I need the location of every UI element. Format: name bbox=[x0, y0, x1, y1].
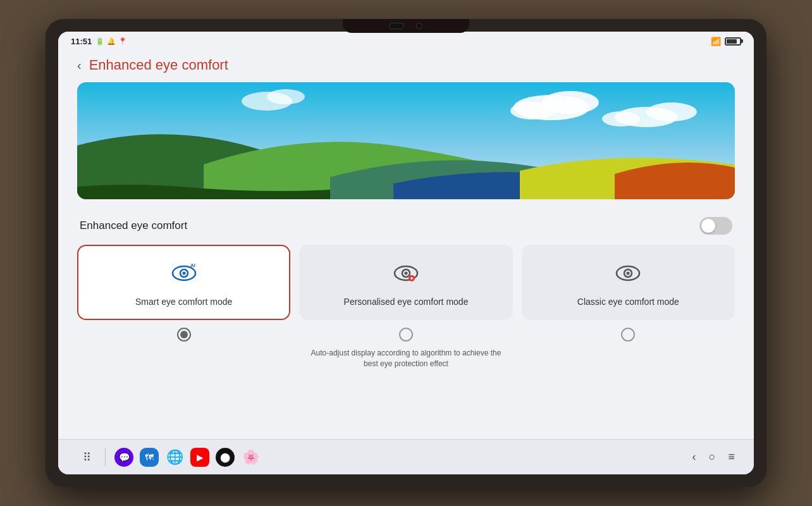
wifi-icon: 📶 bbox=[711, 37, 721, 46]
main-content: ‹ Enhanced eye comfort bbox=[58, 51, 754, 439]
back-nav-icon[interactable]: ‹ bbox=[692, 450, 696, 464]
chat-app-icon[interactable]: 💬 bbox=[114, 448, 133, 467]
alarm-icon: 🔔 bbox=[107, 37, 116, 46]
status-right: 📶 bbox=[711, 37, 741, 46]
radio-row bbox=[77, 328, 735, 342]
mode-cards: AI Smart eye comfort mode bbox=[77, 245, 735, 320]
personalised-radio-cell bbox=[299, 328, 512, 342]
tiktok-app-icon[interactable]: ⬤ bbox=[216, 448, 235, 467]
svg-point-21 bbox=[627, 272, 630, 275]
personalised-mode-card[interactable]: Personalised eye comfort mode bbox=[299, 245, 512, 320]
app-icons: ⠿ 💬 🗺 🌐 ▶ ⬤ 🌸 bbox=[77, 448, 260, 467]
smart-mode-label: Smart eye comfort mode bbox=[135, 296, 232, 307]
classic-eye-icon bbox=[615, 261, 641, 290]
svg-point-11 bbox=[182, 272, 185, 275]
chrome-app-icon[interactable]: 🌐 bbox=[165, 448, 184, 467]
location-icon: 📍 bbox=[118, 37, 127, 46]
classic-mode-label: Classic eye comfort mode bbox=[577, 296, 679, 307]
status-left: 11:51 🔋 🔔 📍 bbox=[71, 37, 127, 46]
battery-fill bbox=[727, 39, 737, 44]
classic-radio-btn[interactable] bbox=[621, 328, 635, 342]
youtube-app-icon[interactable]: ▶ bbox=[190, 448, 209, 467]
svg-point-8 bbox=[267, 89, 305, 104]
personalised-eye-icon bbox=[393, 261, 419, 290]
personalised-mode-label: Personalised eye comfort mode bbox=[344, 296, 469, 307]
svg-point-15 bbox=[404, 272, 407, 275]
enhanced-comfort-toggle[interactable] bbox=[699, 217, 732, 235]
svg-point-6 bbox=[602, 111, 640, 126]
nav-left: ⠿ 💬 🗺 🌐 ▶ ⬤ 🌸 bbox=[77, 448, 260, 467]
page-header: ‹ Enhanced eye comfort bbox=[77, 51, 735, 82]
time-display: 11:51 bbox=[71, 37, 92, 46]
tablet-top-bar bbox=[343, 19, 469, 33]
status-bar: 11:51 🔋 🔔 📍 📶 bbox=[58, 32, 754, 51]
battery-status-icon: 🔋 bbox=[95, 37, 104, 46]
smart-mode-card[interactable]: AI Smart eye comfort mode bbox=[77, 245, 290, 320]
back-button[interactable]: ‹ bbox=[77, 58, 82, 73]
bottom-nav: ⠿ 💬 🗺 🌐 ▶ ⬤ 🌸 bbox=[58, 439, 754, 474]
smart-radio-cell bbox=[77, 328, 290, 342]
app-drawer-icon[interactable]: ⠿ bbox=[77, 448, 96, 467]
toggle-label: Enhanced eye comfort bbox=[80, 219, 187, 232]
nav-right: ‹ ○ ≡ bbox=[692, 450, 735, 464]
toggle-knob bbox=[701, 219, 715, 233]
tablet-frame: 11:51 🔋 🔔 📍 📶 ‹ Enhanced eye comfort bbox=[46, 19, 766, 487]
smart-description bbox=[77, 348, 290, 369]
status-icons: 🔋 🔔 📍 bbox=[95, 37, 127, 46]
nav-divider bbox=[105, 448, 106, 466]
classic-mode-card[interactable]: Classic eye comfort mode bbox=[522, 245, 735, 320]
hero-svg bbox=[77, 82, 735, 199]
maps-app-icon[interactable]: 🗺 bbox=[140, 448, 159, 467]
smart-radio-btn[interactable] bbox=[177, 328, 191, 342]
description-row: Auto-adjust display according to algorit… bbox=[77, 348, 735, 369]
front-sensor bbox=[390, 23, 403, 29]
svg-point-3 bbox=[510, 102, 555, 120]
recents-nav-icon[interactable]: ≡ bbox=[728, 450, 735, 464]
classic-radio-cell bbox=[522, 328, 735, 342]
personalised-radio-btn[interactable] bbox=[399, 328, 413, 342]
battery-indicator bbox=[725, 37, 741, 46]
svg-text:AI: AI bbox=[190, 262, 195, 268]
page-title: Enhanced eye comfort bbox=[89, 57, 228, 73]
smart-radio-inner bbox=[180, 331, 188, 338]
smart-eye-icon: AI bbox=[171, 261, 197, 290]
personalised-description: Auto-adjust display according to algorit… bbox=[299, 348, 512, 369]
photos-app-icon[interactable]: 🌸 bbox=[241, 448, 260, 467]
home-nav-icon[interactable]: ○ bbox=[709, 450, 716, 464]
classic-description bbox=[522, 348, 735, 369]
toggle-row: Enhanced eye comfort bbox=[77, 212, 735, 245]
front-camera bbox=[416, 23, 422, 29]
tablet-screen: 11:51 🔋 🔔 📍 📶 ‹ Enhanced eye comfort bbox=[58, 32, 754, 474]
svg-point-5 bbox=[646, 102, 697, 121]
hero-image bbox=[77, 82, 735, 199]
